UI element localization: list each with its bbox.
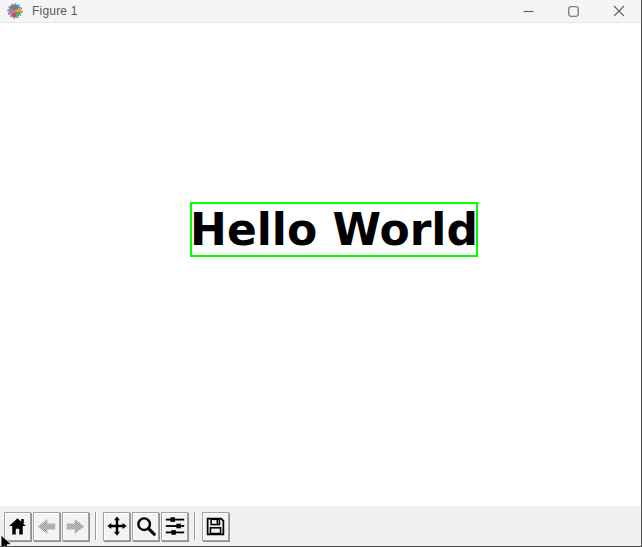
toolbar-separator — [95, 512, 97, 540]
zoom-button[interactable] — [132, 512, 159, 541]
minimize-button[interactable] — [506, 0, 551, 22]
figure-canvas[interactable]: Hello World — [0, 23, 642, 507]
save-button[interactable] — [202, 512, 229, 541]
mouse-cursor — [0, 535, 14, 547]
maximize-button[interactable] — [551, 0, 596, 22]
window-controls — [506, 0, 641, 22]
pan-arrows-icon — [106, 515, 128, 537]
pan-button[interactable] — [103, 512, 130, 541]
toolbar-separator — [194, 512, 196, 540]
hello-world-text: Hello World — [190, 208, 478, 252]
navigation-toolbar — [0, 506, 641, 546]
forward-button[interactable] — [62, 512, 89, 541]
close-icon — [613, 5, 625, 17]
close-button[interactable] — [596, 0, 641, 22]
sliders-icon — [164, 515, 186, 537]
zoom-magnifier-icon — [135, 515, 157, 537]
save-floppy-icon — [205, 516, 226, 537]
maximize-icon — [568, 6, 579, 17]
title-bar: Figure 1 — [0, 0, 641, 23]
window-title: Figure 1 — [32, 4, 78, 18]
home-icon — [7, 516, 28, 537]
minimize-icon — [523, 6, 534, 17]
figure-window: Figure 1 Hello World — [0, 0, 642, 547]
forward-arrow-icon — [65, 516, 86, 537]
back-button[interactable] — [33, 512, 60, 541]
hello-world-box: Hello World — [190, 202, 478, 257]
back-arrow-icon — [36, 516, 57, 537]
configure-subplots-button[interactable] — [161, 512, 188, 541]
matplotlib-logo-icon — [7, 3, 23, 19]
